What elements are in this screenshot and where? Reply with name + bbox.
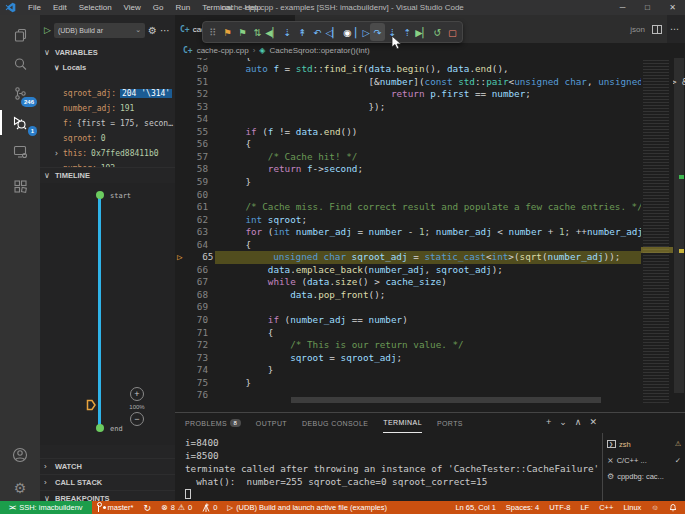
- close-button[interactable]: ✕: [660, 0, 685, 15]
- terminal-dropdown[interactable]: ⌄: [559, 417, 567, 427]
- maximize-button[interactable]: □: [635, 0, 660, 15]
- line-number[interactable]: 72: [175, 339, 208, 352]
- continue-icon[interactable]: ▏▷: [355, 23, 370, 41]
- code-line[interactable]: 58 return f->second;: [175, 163, 685, 176]
- panel-tab-terminal[interactable]: TERMINAL: [383, 413, 422, 433]
- code-line[interactable]: 59 }: [175, 176, 685, 189]
- remote-indicator[interactable]: >< SSH: imacbuildenv: [0, 501, 92, 514]
- minimize-button[interactable]: ─: [610, 0, 635, 15]
- line-number[interactable]: 60: [175, 189, 208, 202]
- notifications-bell[interactable]: [664, 503, 685, 512]
- problems-indicator[interactable]: ⊗ 8 ⚠ 0: [156, 503, 197, 512]
- close-panel-button[interactable]: ✕: [589, 417, 597, 427]
- settings-gear-icon[interactable]: ⚙: [0, 473, 40, 502]
- code-line[interactable]: 52 return p.first == number;: [175, 88, 685, 101]
- run-debug-icon[interactable]: 1: [0, 108, 40, 137]
- debug-settings-gear-icon[interactable]: ⚙: [148, 25, 157, 36]
- line-number[interactable]: 73: [175, 352, 208, 365]
- reverse-step-back-icon[interactable]: ↶: [310, 23, 325, 41]
- step-out-icon[interactable]: ⇡: [400, 23, 415, 41]
- code-line[interactable]: 54: [175, 113, 685, 126]
- feedback-icon[interactable]: ☺: [646, 503, 664, 512]
- line-number[interactable]: 52: [175, 88, 208, 101]
- add-bookmark-icon[interactable]: ⚑: [220, 23, 235, 41]
- breadcrumb-file[interactable]: cache-cpp.cpp: [197, 46, 249, 55]
- explorer-icon[interactable]: [0, 21, 40, 50]
- variables-section-header[interactable]: ∨ VARIABLES: [40, 45, 175, 60]
- code-line[interactable]: 62 int sqroot;: [175, 214, 685, 227]
- search-icon[interactable]: [0, 50, 40, 79]
- stop-icon[interactable]: ▢: [445, 23, 460, 41]
- panel-tab-problems[interactable]: PROBLEMS8: [185, 413, 241, 433]
- line-number[interactable]: 55: [175, 126, 208, 139]
- panel-tab-ports[interactable]: PORTS: [437, 413, 463, 433]
- horizontal-scrollbar[interactable]: [216, 397, 641, 403]
- source-control-icon[interactable]: 246: [0, 79, 40, 108]
- timeline-zoom-in-button[interactable]: +: [130, 387, 144, 401]
- line-number[interactable]: 74: [175, 364, 208, 377]
- menu-edit[interactable]: Edit: [47, 0, 73, 15]
- encoding[interactable]: UTF-8: [544, 503, 575, 512]
- menu-go[interactable]: Go: [147, 0, 170, 15]
- menu-selection[interactable]: Selection: [73, 0, 118, 15]
- restart-icon[interactable]: ↺: [430, 23, 445, 41]
- code-line[interactable]: ▷65 unsigned char sqroot_adj = static_ca…: [175, 251, 685, 264]
- line-number[interactable]: 59: [175, 176, 208, 189]
- breadcrumb[interactable]: C+ cache-cpp.cpp › ◈ CacheSqroot::operat…: [175, 43, 685, 58]
- start-debug-icon[interactable]: ▷: [44, 25, 51, 35]
- terminal-list-item[interactable]: ⚙cppdbg: cac...: [603, 468, 685, 484]
- line-number[interactable]: 51: [175, 76, 208, 89]
- step-to-cursor-icon[interactable]: ⇅: [250, 23, 265, 41]
- sync-indicator[interactable]: ↻: [138, 503, 156, 513]
- more-editor-actions-icon[interactable]: ⋯: [670, 24, 680, 34]
- line-number[interactable]: 62: [175, 214, 208, 227]
- line-number[interactable]: 54: [175, 113, 208, 126]
- extensions-icon[interactable]: [0, 172, 40, 201]
- terminal-output[interactable]: i=8400i=8500terminate called after throw…: [185, 436, 599, 501]
- menu-run[interactable]: Run: [169, 0, 196, 15]
- variable-row[interactable]: sqroot:0: [40, 131, 175, 146]
- line-number[interactable]: 64: [175, 239, 208, 252]
- line-number[interactable]: 71: [175, 327, 208, 340]
- minimap[interactable]: [641, 58, 673, 405]
- terminal-list-item[interactable]: ❯zsh⚠: [603, 436, 685, 452]
- line-number[interactable]: 53: [175, 101, 208, 114]
- code-line[interactable]: 57 /* Cache hit! */: [175, 151, 685, 164]
- timeline-position-marker[interactable]: [86, 399, 96, 411]
- code-line[interactable]: 60: [175, 189, 685, 202]
- reverse-step-into-icon[interactable]: ⇣: [280, 23, 295, 41]
- maximize-panel-button[interactable]: ∧: [575, 417, 582, 427]
- code-line[interactable]: 50 auto f = std::find_if(data.begin(), d…: [175, 63, 685, 76]
- code-line[interactable]: 67 while (data.size() > cache_size): [175, 276, 685, 289]
- line-number[interactable]: 50: [175, 63, 208, 76]
- code-line[interactable]: 72 /* This is our return value. */: [175, 339, 685, 352]
- code-line[interactable]: 71 {: [175, 327, 685, 340]
- timeline-section-header[interactable]: ∨ TIMELINE: [40, 167, 175, 182]
- eol-sequence[interactable]: LF: [575, 503, 594, 512]
- code-line[interactable]: 61 /* Cache miss. Find correct result an…: [175, 201, 685, 214]
- variable-row[interactable]: sqroot_adj:204 '\314': [40, 86, 175, 101]
- line-number[interactable]: 56: [175, 138, 208, 151]
- line-number[interactable]: 75: [175, 377, 208, 390]
- line-number[interactable]: 67: [175, 276, 208, 289]
- language-mode[interactable]: C++: [594, 503, 618, 512]
- account-icon[interactable]: [0, 440, 40, 469]
- timeline-zoom-out-button[interactable]: −: [130, 412, 144, 426]
- line-number[interactable]: 65: [180, 251, 213, 264]
- reverse-step-out-icon[interactable]: ↟: [295, 23, 310, 41]
- line-number[interactable]: 57: [175, 151, 208, 164]
- panel-tab-debug-console[interactable]: DEBUG CONSOLE: [302, 413, 368, 433]
- watch-section-header[interactable]: › WATCH: [40, 458, 175, 473]
- line-number[interactable]: 58: [175, 163, 208, 176]
- code-line[interactable]: 70 if (number_adj == number): [175, 314, 685, 327]
- code-line[interactable]: 63 for (int number_adj = number - 1; num…: [175, 226, 685, 239]
- code-line[interactable]: 56 {: [175, 138, 685, 151]
- code-line[interactable]: 75 }: [175, 377, 685, 390]
- line-number[interactable]: 68: [175, 289, 208, 302]
- variable-row[interactable]: number_adj:191: [40, 101, 175, 116]
- indentation[interactable]: Spaces: 4: [501, 503, 544, 512]
- line-number[interactable]: 70: [175, 314, 208, 327]
- timeline-track[interactable]: [98, 195, 101, 428]
- tower-indicator[interactable]: 0: [197, 503, 222, 512]
- line-number[interactable]: 69: [175, 301, 208, 314]
